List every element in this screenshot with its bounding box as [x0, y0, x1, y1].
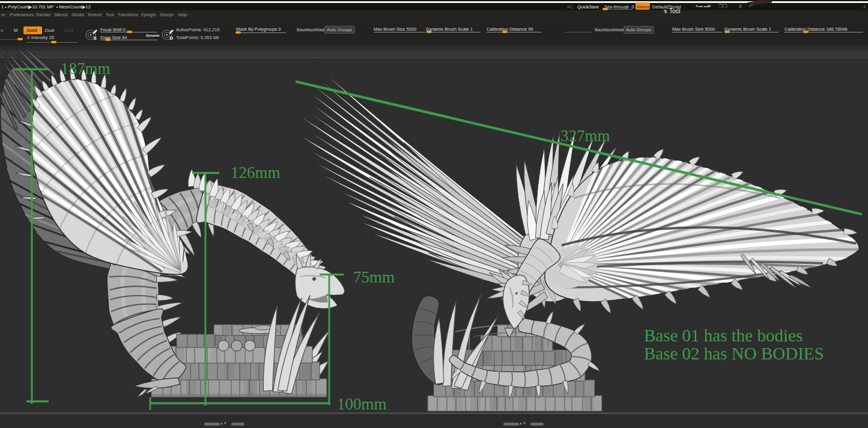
- svg-text:327mm: 327mm: [560, 127, 610, 145]
- svg-text:187mm: 187mm: [61, 60, 111, 78]
- svg-text:126mm: 126mm: [231, 164, 281, 182]
- svg-text:100mm: 100mm: [337, 395, 387, 413]
- svg-text:Base 02 has NO BODIES: Base 02 has NO BODIES: [644, 344, 824, 363]
- svg-text:75mm: 75mm: [353, 268, 395, 286]
- svg-text:Base 01 has the bodies: Base 01 has the bodies: [644, 326, 803, 345]
